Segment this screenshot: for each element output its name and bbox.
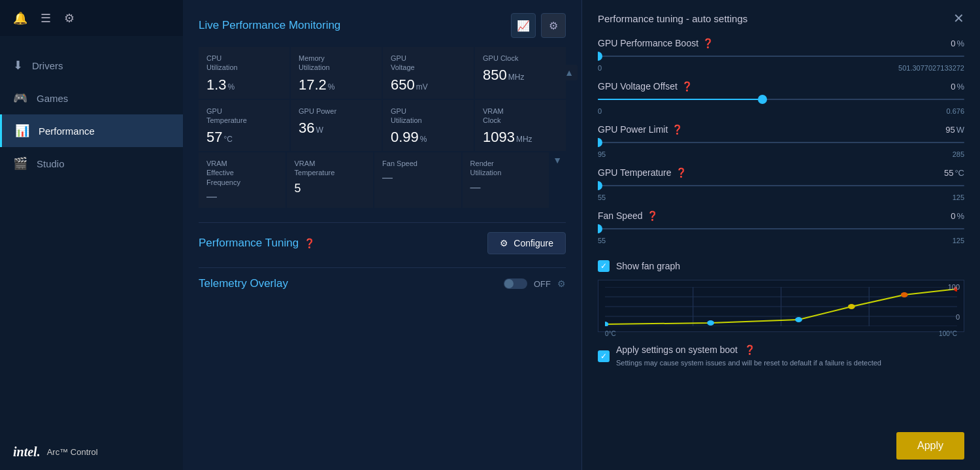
tuning-title-wrap: Performance Tuning ❓ (199, 237, 315, 250)
slider-thumb[interactable] (758, 95, 767, 104)
telemetry-header: Telemetry Overlay OFF ⚙ (199, 277, 566, 290)
telemetry-title: Telemetry Overlay (199, 277, 288, 290)
sidebar-item-label: Games (37, 93, 68, 104)
sidebar-item-label: Performance (39, 126, 95, 137)
bell-icon[interactable]: 🔔 (13, 11, 27, 25)
show-fan-graph-row: ✓ Show fan graph (598, 260, 964, 272)
slider-top: GPU Voltage Offset ❓ 0% (598, 81, 964, 92)
svg-point-10 (795, 317, 802, 322)
metric-value: 850MHz (483, 67, 558, 84)
fan-graph-svg (605, 287, 957, 326)
slider-value: 0% (951, 211, 964, 221)
fan-graph-container: 100 0 (598, 280, 964, 332)
slider-top: GPU Power Limit ❓ 95W (598, 124, 964, 135)
slider-value: 0% (951, 39, 964, 48)
slider-value: 95W (945, 125, 964, 135)
slider-container[interactable] (598, 136, 964, 149)
svg-point-8 (605, 322, 608, 326)
sidebar-item-performance[interactable]: 📊 Performance (0, 114, 183, 147)
slider-thumb[interactable] (598, 224, 602, 233)
slider-container[interactable] (598, 222, 964, 235)
close-button[interactable]: ✕ (953, 10, 964, 26)
slider-gpu-temperature: GPU Temperature ❓ 55°C 55 125 (598, 167, 964, 201)
metric-value: 36W (299, 120, 374, 137)
metric-value: 17.2% (299, 76, 374, 93)
svg-point-9 (707, 320, 714, 326)
slider-label: GPU Temperature ❓ (598, 167, 687, 178)
slider-label: GPU Voltage Offset ❓ (598, 81, 693, 92)
fan-graph-x-min: 0°C (605, 330, 616, 337)
configure-button[interactable]: ⚙ Configure (487, 232, 566, 254)
metrics-row2: GPUTemperature 57°C GPU Power 36W GPUUti… (199, 100, 566, 152)
metric-gpu-util: GPUUtilization 0.99% (383, 100, 474, 152)
slider-container[interactable] (598, 93, 964, 106)
metric-label: VRAMEffectiveFrequency (206, 159, 278, 187)
fan-graph-x-axis: 0°C 100°C (605, 330, 957, 337)
slider-fill (598, 99, 762, 100)
chart-icon-btn[interactable]: 📈 (511, 13, 536, 38)
drivers-icon: ⬇ (13, 58, 23, 73)
help-icon[interactable]: ❓ (681, 81, 693, 92)
help-icon[interactable]: ❓ (676, 167, 687, 178)
monitoring-icons: 📈 ⚙ (511, 13, 566, 38)
slider-thumb[interactable] (598, 181, 602, 190)
slider-track (598, 185, 964, 186)
metric-label: GPUVoltage (391, 54, 466, 73)
expand-button[interactable]: ▼ (549, 152, 566, 168)
slider-fan-speed: Fan Speed ❓ 0% 55 125 (598, 210, 964, 244)
metric-mem-util: MemoryUtilization 17.2% (291, 47, 382, 99)
sidebar-item-games[interactable]: 🎮 Games (0, 82, 183, 114)
metric-label: GPUUtilization (391, 107, 466, 126)
slider-thumb[interactable] (598, 52, 602, 61)
svg-point-12 (901, 292, 908, 297)
metric-vram-temp: VRAMTemperature 5 (287, 152, 374, 208)
metric-value: 57°C (206, 129, 282, 146)
metric-gpu-power: GPU Power 36W (291, 100, 382, 152)
slider-top: GPU Temperature ❓ 55°C (598, 167, 964, 178)
slider-label: GPU Performance Boost ❓ (598, 38, 713, 48)
configure-label: Configure (514, 238, 553, 248)
show-fan-graph-label: Show fan graph (616, 261, 680, 271)
slider-thumb[interactable] (598, 138, 602, 147)
settings-icon-btn[interactable]: ⚙ (541, 13, 566, 38)
apply-boot-label: Apply settings on system boot ❓ (616, 344, 755, 355)
sidebar-item-studio[interactable]: 🎬 Studio (0, 147, 183, 180)
slider-container[interactable] (598, 179, 964, 192)
sidebar-footer: intel. Arc™ Control (0, 434, 183, 470)
help-icon[interactable]: ❓ (647, 210, 658, 221)
live-monitoring-header: Live Performance Monitoring 📈 ⚙ (199, 13, 566, 38)
telemetry-toggle[interactable] (504, 278, 527, 289)
metrics-row3: VRAMEffectiveFrequency — VRAMTemperature… (199, 152, 549, 208)
telemetry-gear-icon[interactable]: ⚙ (557, 278, 566, 289)
svg-point-11 (848, 304, 855, 309)
sidebar-item-drivers[interactable]: ⬇ Drivers (0, 49, 183, 82)
metric-value: 0.99% (391, 129, 466, 146)
metric-vram-clock: VRAMClock 1093MHz (475, 100, 566, 152)
metric-label: VRAMClock (483, 107, 558, 126)
slider-label: Fan Speed ❓ (598, 210, 658, 221)
help-icon[interactable]: ❓ (672, 124, 683, 135)
slider-container[interactable] (598, 50, 964, 63)
apply-boot-help-icon[interactable]: ❓ (744, 344, 755, 355)
metric-label: RenderUtilization (470, 159, 542, 178)
metrics-row1: CPUUtilization 1.3% MemoryUtilization 17… (199, 47, 566, 99)
slider-minmax: 55 125 (598, 193, 964, 201)
gear-icon[interactable]: ⚙ (64, 11, 74, 25)
apply-button[interactable]: Apply (896, 432, 964, 460)
menu-icon[interactable]: ☰ (41, 11, 51, 25)
metric-label: CPUUtilization (206, 54, 282, 73)
performance-icon: 📊 (15, 124, 29, 138)
tuning-help-icon[interactable]: ❓ (304, 238, 315, 248)
show-fan-graph-checkbox[interactable]: ✓ (598, 260, 610, 272)
help-icon[interactable]: ❓ (702, 38, 713, 48)
slider-value: 55°C (944, 168, 964, 178)
fan-graph-x-max: 100°C (939, 330, 957, 337)
collapse-button[interactable]: ▲ (561, 65, 578, 80)
tuning-header: Performance Tuning ❓ ⚙ Configure (199, 232, 566, 254)
configure-gear-icon: ⚙ (500, 238, 508, 248)
metric-label: GPU Power (299, 107, 374, 116)
performance-tuning-section: Performance Tuning ❓ ⚙ Configure (199, 222, 566, 254)
metric-label: VRAMTemperature (295, 159, 366, 178)
apply-boot-checkbox[interactable]: ✓ (598, 350, 610, 362)
sidebar-item-label: Studio (37, 158, 65, 169)
